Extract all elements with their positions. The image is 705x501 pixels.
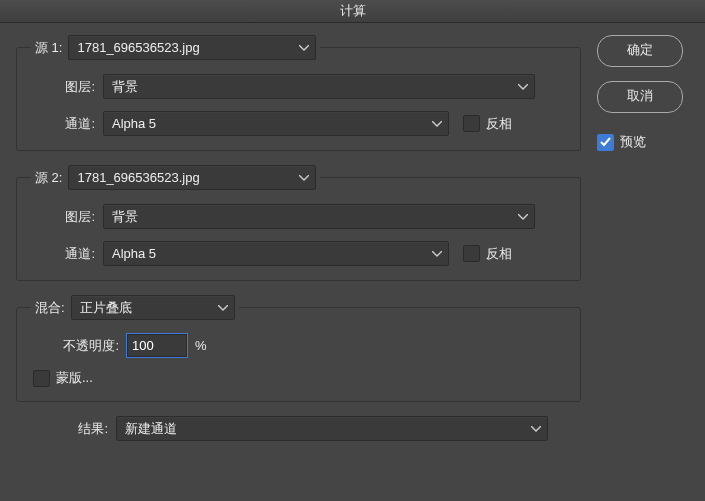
opacity-label: 不透明度: bbox=[31, 337, 119, 355]
result-value: 新建通道 bbox=[125, 420, 177, 438]
result-select[interactable]: 新建通道 bbox=[116, 416, 548, 441]
mask-label: 蒙版... bbox=[56, 369, 93, 387]
chevron-down-icon bbox=[299, 45, 309, 51]
source2-layer-label: 图层: bbox=[31, 208, 95, 226]
source1-invert-checkbox[interactable]: 反相 bbox=[463, 115, 512, 133]
source2-invert-label: 反相 bbox=[486, 245, 512, 263]
result-row: 结果: 新建通道 bbox=[30, 416, 581, 441]
source2-group: 源 2: 1781_696536523.jpg 图层: 背景 bbox=[16, 165, 581, 281]
cancel-button-label: 取消 bbox=[627, 88, 653, 103]
chevron-down-icon bbox=[518, 214, 528, 220]
source1-legend-label: 源 1: bbox=[35, 39, 62, 57]
source1-legend: 源 1: 1781_696536523.jpg bbox=[31, 35, 320, 60]
source1-channel-value: Alpha 5 bbox=[112, 116, 156, 131]
source2-layer-value: 背景 bbox=[112, 208, 138, 226]
source2-file-value: 1781_696536523.jpg bbox=[77, 170, 199, 185]
window-titlebar: 计算 bbox=[0, 0, 705, 23]
blending-mode-value: 正片叠底 bbox=[80, 299, 132, 317]
source2-invert-checkbox[interactable]: 反相 bbox=[463, 245, 512, 263]
source1-layer-label: 图层: bbox=[31, 78, 95, 96]
preview-checkbox[interactable]: 预览 bbox=[597, 133, 646, 151]
window-title: 计算 bbox=[340, 3, 366, 18]
source2-file-select[interactable]: 1781_696536523.jpg bbox=[68, 165, 316, 190]
blending-mode-select[interactable]: 正片叠底 bbox=[71, 295, 235, 320]
source2-legend: 源 2: 1781_696536523.jpg bbox=[31, 165, 320, 190]
chevron-down-icon bbox=[299, 175, 309, 181]
source1-invert-label: 反相 bbox=[486, 115, 512, 133]
blending-group: 混合: 正片叠底 不透明度: % bbox=[16, 295, 581, 402]
cancel-button[interactable]: 取消 bbox=[597, 81, 683, 113]
source1-group: 源 1: 1781_696536523.jpg 图层: 背景 bbox=[16, 35, 581, 151]
source2-channel-label: 通道: bbox=[31, 245, 95, 263]
source1-file-value: 1781_696536523.jpg bbox=[77, 40, 199, 55]
blending-legend: 混合: 正片叠底 bbox=[31, 295, 239, 320]
checkbox-icon bbox=[463, 245, 480, 262]
checkbox-icon bbox=[33, 370, 50, 387]
chevron-down-icon bbox=[518, 84, 528, 90]
source2-channel-select[interactable]: Alpha 5 bbox=[103, 241, 449, 266]
source1-channel-label: 通道: bbox=[31, 115, 95, 133]
blending-legend-label: 混合: bbox=[35, 299, 65, 317]
preview-label: 预览 bbox=[620, 133, 646, 151]
chevron-down-icon bbox=[432, 251, 442, 257]
source1-channel-select[interactable]: Alpha 5 bbox=[103, 111, 449, 136]
source1-layer-value: 背景 bbox=[112, 78, 138, 96]
chevron-down-icon bbox=[531, 426, 541, 432]
ok-button-label: 确定 bbox=[627, 42, 653, 57]
checkbox-checked-icon bbox=[597, 134, 614, 151]
chevron-down-icon bbox=[218, 305, 228, 311]
source2-channel-value: Alpha 5 bbox=[112, 246, 156, 261]
opacity-unit: % bbox=[195, 338, 207, 353]
source1-file-select[interactable]: 1781_696536523.jpg bbox=[68, 35, 316, 60]
result-label: 结果: bbox=[30, 420, 108, 438]
source1-layer-select[interactable]: 背景 bbox=[103, 74, 535, 99]
ok-button[interactable]: 确定 bbox=[597, 35, 683, 67]
chevron-down-icon bbox=[432, 121, 442, 127]
checkbox-icon bbox=[463, 115, 480, 132]
opacity-input[interactable] bbox=[127, 334, 187, 357]
source2-legend-label: 源 2: bbox=[35, 169, 62, 187]
source2-layer-select[interactable]: 背景 bbox=[103, 204, 535, 229]
mask-checkbox[interactable]: 蒙版... bbox=[33, 369, 93, 387]
